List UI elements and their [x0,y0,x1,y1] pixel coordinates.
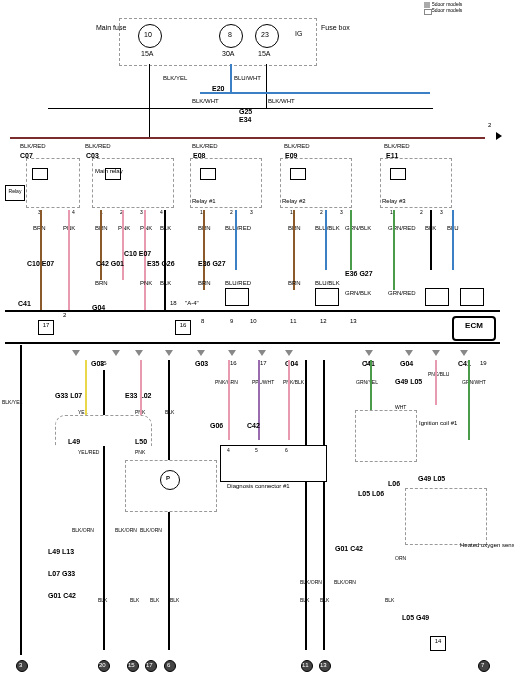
ecm-11: 11 [290,318,297,324]
arrow-10 [405,350,413,356]
blu-red-b: BLU/RED [225,280,251,286]
wire-fuse8-down [230,64,232,92]
legend-2: 5door models [432,8,462,13]
g04-label-r2: G04 [400,360,413,367]
wire-pnk-blk [288,360,290,440]
coil-c03 [105,168,121,180]
arrow-5 [197,350,205,356]
arrow-6 [228,350,236,356]
fuse-10-num: 10 [144,31,152,38]
ecm-10: 10 [250,318,257,324]
ecm-box: ECM [452,316,496,341]
g03-label: G03 [91,360,104,367]
grn-red-b: GRN/RED [388,290,416,296]
wire-pnk-grn [228,360,230,440]
pnk-3b: PNK [140,280,152,286]
diag-pin4: 4 [227,448,230,453]
ground-6-num: 6 [167,662,170,668]
e33-l02: E33 L02 [125,392,151,399]
g01-c42: G01 C42 [48,592,76,599]
ignition-text: Ignition coil #1 [419,420,457,426]
wire-pnk-l [140,360,142,420]
wire-brn-4 [293,210,295,290]
blk-b2: BLK [130,598,139,603]
relay1-text: Relay #1 [192,198,216,204]
blk-b7: BLK [385,598,394,603]
arrow-8 [285,350,293,356]
wire-pnk-2 [122,210,124,280]
g04-label-r: G04 [285,360,298,367]
l50-label: L50 [135,438,147,445]
c10-e07-l: C10 E07 [27,260,54,267]
e11-pin2: 2 [420,210,423,215]
blu-blk-b: BLU/BLK [315,280,340,286]
pnk-2: PNK [118,225,130,231]
g49-l05-b: G49 L05 [418,475,445,482]
wire-blu-blk [325,210,327,270]
relay-c03 [92,158,174,208]
fuse-23-num: 23 [261,31,269,38]
blu-blk-1: BLU/BLK [315,225,340,231]
e36-g27-r: E36 G27 [345,270,373,277]
e20-label: E20 [212,85,224,92]
coil-e11 [390,168,406,180]
component-3 [425,288,449,306]
a4-label: "A-4" [185,300,199,306]
wire-pnk-1 [68,210,70,310]
blu-wht-top: BLU/WHT [234,75,261,81]
blk-b3: BLK [150,598,159,603]
blk-wht-r: BLK/WHT [268,98,295,104]
blk-orn-2: BLK/ORN [115,528,137,533]
fuse-8-amp: 30A [222,50,234,57]
e09-pin3: 3 [340,210,343,215]
page-ref-2-num: 2 [488,122,491,128]
blk-red-2: BLK/RED [85,143,111,149]
wire-pnk-blu [435,360,437,405]
yel-red: YEL/RED [78,450,99,455]
brn-2b: BRN [95,280,108,286]
wire-blk-2 [430,210,432,270]
coil-e08 [200,168,216,180]
blk-orn-1: BLK/ORN [72,528,94,533]
ground-17-num: 17 [146,662,153,668]
legend-swatch-2 [424,9,432,15]
fuse-23-amp: 15A [258,50,270,57]
e36-g27-l: E36 G27 [198,260,226,267]
relay2-text: Relay #2 [282,198,306,204]
wht-label: WHT [395,405,406,410]
l49-l13: L49 L13 [48,548,74,555]
c07-pin4: 4 [72,210,75,215]
o2-text: Heated oxygen sensor #1 [460,542,514,548]
c41-label: C41 [18,300,31,307]
legend-swatch-1 [424,2,430,8]
num-16: 16 [230,360,237,366]
component-4 [460,288,484,306]
wire-brn-3 [203,210,205,290]
ground-20-num: 20 [99,662,106,668]
relay3-text: Relay #3 [382,198,406,204]
ecm-18: 18 [170,300,177,306]
l49-label: L49 [68,438,80,445]
ecm-12: 12 [320,318,327,324]
p-label: P [166,475,170,481]
g06-label: G06 [210,422,223,429]
c03-pin3: 3 [140,210,143,215]
relay-c07 [26,158,80,208]
blk-red-5: BLK/RED [384,143,410,149]
relay-side-label: Relay [5,185,25,201]
pnk-3: PNK [140,225,152,231]
c10-e07-r: C10 E07 [124,250,151,257]
ignition-coil-box [355,410,417,462]
box-14: 14 [430,636,446,651]
blk-b4: BLK [170,598,179,603]
num-17l: 17 [260,360,267,366]
wire-fuse10-down [149,64,150,137]
e08-pin2: 2 [230,210,233,215]
component-1 [225,288,249,306]
blk-wht-l: BLK/WHT [192,98,219,104]
o2-sensor-box [405,488,487,545]
fuse-box-label: Fuse box [321,24,345,31]
arrow-3 [135,350,143,356]
box-17: 17 [38,320,54,335]
grn-blk-b: GRN/BLK [345,290,371,296]
